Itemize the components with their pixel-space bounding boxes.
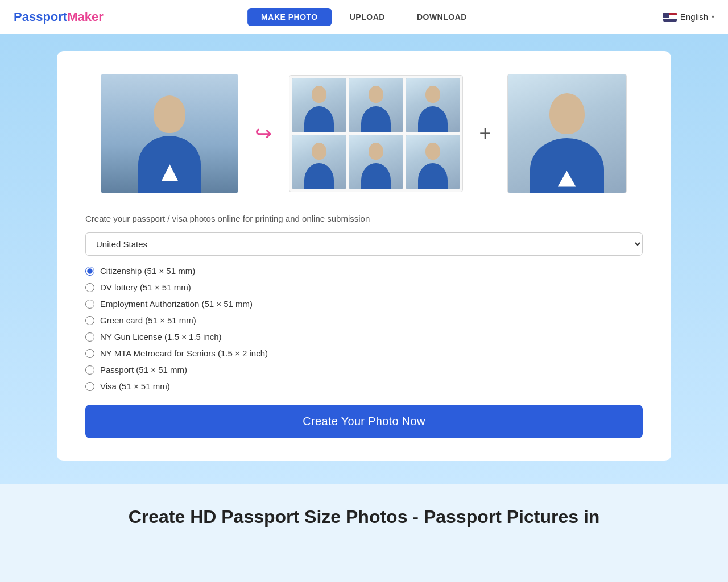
logo[interactable]: PassportMaker: [14, 10, 104, 24]
list-item[interactable]: DV lottery (51 × 51 mm): [85, 282, 643, 292]
download-button[interactable]: DOWNLOAD: [403, 8, 481, 26]
radio-label: Citizenship (51 × 51 mm): [100, 266, 195, 276]
person-silhouette: [101, 74, 238, 193]
large-head: [549, 93, 585, 134]
radio-label: DV lottery (51 × 51 mm): [100, 282, 191, 292]
large-collar: [558, 171, 576, 187]
original-photo: [101, 74, 238, 193]
radio-dv-lottery[interactable]: [85, 283, 94, 292]
thumb-body: [361, 106, 391, 132]
main-nav: MAKE PHOTO UPLOAD DOWNLOAD: [247, 8, 481, 26]
radio-label: Visa (51 × 51 mm): [100, 381, 170, 391]
curved-arrow-icon: ↪: [255, 122, 272, 146]
radio-label: NY MTA Metrocard for Seniors (1.5 × 2 in…: [100, 348, 268, 358]
country-select[interactable]: United StatesUnited KingdomCanadaAustral…: [85, 232, 643, 256]
thumb-body: [361, 163, 391, 189]
person-body: [138, 136, 201, 193]
photo-grid-row-2: [292, 135, 460, 189]
thumb-head: [425, 143, 440, 160]
logo-passport: Passport: [14, 10, 67, 24]
thumb-head: [312, 86, 326, 103]
header: PassportMaker MAKE PHOTO UPLOAD DOWNLOAD…: [0, 0, 728, 34]
flag-icon: [663, 13, 677, 22]
chevron-down-icon: ▾: [712, 14, 714, 20]
subtitle: Create your passport / visa photos onlin…: [85, 214, 643, 223]
arrow-container: ↪: [249, 122, 278, 146]
photo-grid-row-1: [292, 78, 460, 132]
logo-maker: Maker: [67, 10, 104, 24]
radio-employment[interactable]: [85, 300, 94, 309]
thumb-body: [304, 106, 334, 132]
photo-grid-wrapper: [289, 75, 463, 192]
bottom-heading: Create HD Passport Size Photos - Passpor…: [0, 484, 728, 539]
plus-icon: +: [474, 122, 495, 146]
list-item[interactable]: Citizenship (51 × 51 mm): [85, 266, 643, 276]
photo-type-radio-group: Citizenship (51 × 51 mm)DV lottery (51 ×…: [85, 266, 643, 391]
photo-thumb: [349, 135, 403, 189]
main-background: ↪: [0, 34, 728, 484]
list-item[interactable]: Passport (51 × 51 mm): [85, 365, 643, 375]
thumb-body: [304, 163, 334, 189]
person-collar: [161, 164, 178, 181]
radio-visa[interactable]: [85, 382, 94, 391]
list-item[interactable]: NY MTA Metrocard for Seniors (1.5 × 2 in…: [85, 348, 643, 358]
list-item[interactable]: Employment Authorization (51 × 51 mm): [85, 299, 643, 309]
radio-citizenship[interactable]: [85, 267, 94, 276]
thumb-head: [369, 86, 383, 103]
list-item[interactable]: NY Gun License (1.5 × 1.5 inch): [85, 332, 643, 342]
radio-label: Passport (51 × 51 mm): [100, 365, 187, 375]
upload-button[interactable]: UPLOAD: [336, 8, 399, 26]
list-item[interactable]: Green card (51 × 51 mm): [85, 315, 643, 325]
radio-passport[interactable]: [85, 365, 94, 375]
language-selector[interactable]: English ▾: [663, 12, 714, 22]
radio-label: NY Gun License (1.5 × 1.5 inch): [100, 332, 222, 342]
radio-ny-gun[interactable]: [85, 332, 94, 342]
large-body: [530, 138, 604, 193]
photo-thumb: [406, 135, 460, 189]
language-label: English: [680, 12, 708, 22]
photo-large: [507, 74, 627, 193]
radio-label: Green card (51 × 51 mm): [100, 315, 196, 325]
photo-thumb: [406, 78, 460, 132]
photo-thumb: [292, 135, 346, 189]
main-card: ↪: [57, 51, 671, 461]
radio-ny-mta[interactable]: [85, 349, 94, 358]
thumb-head: [425, 86, 440, 103]
thumb-body: [418, 163, 448, 189]
photo-thumb: [349, 78, 403, 132]
radio-green-card[interactable]: [85, 316, 94, 325]
radio-label: Employment Authorization (51 × 51 mm): [100, 299, 253, 309]
list-item[interactable]: Visa (51 × 51 mm): [85, 381, 643, 391]
photo-grid: [289, 75, 463, 192]
thumb-head: [369, 143, 383, 160]
thumb-body: [418, 106, 448, 132]
create-photo-button[interactable]: Create Your Photo Now: [85, 405, 643, 438]
photo-demo-section: ↪: [85, 74, 643, 193]
person-head: [154, 95, 185, 133]
thumb-head: [312, 143, 326, 160]
make-photo-button[interactable]: MAKE PHOTO: [247, 8, 332, 26]
photo-thumb: [292, 78, 346, 132]
